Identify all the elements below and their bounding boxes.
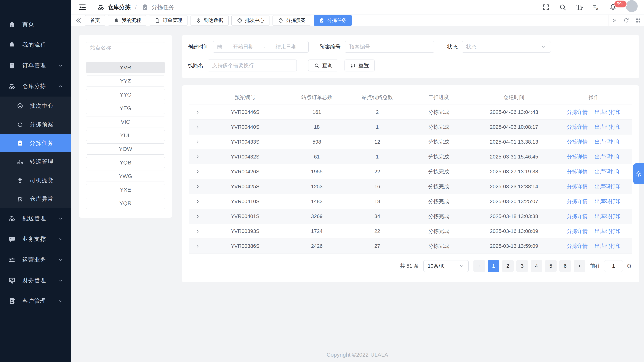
row-expand-icon[interactable] — [195, 139, 200, 145]
row-expand-icon[interactable] — [195, 214, 200, 219]
sidebar-item[interactable]: 批次中心 — [0, 96, 71, 115]
row-expand-icon[interactable] — [195, 154, 200, 160]
outbound-code-print-link[interactable]: 出库码打印 — [595, 242, 621, 250]
cherries-icon — [97, 4, 104, 11]
station-item[interactable]: YXE — [86, 184, 165, 195]
settings-fab[interactable] — [633, 163, 644, 184]
sidebar-item[interactable]: 订单管理 — [0, 55, 71, 76]
jump-page-input[interactable] — [604, 260, 623, 272]
search-icon[interactable] — [559, 3, 566, 11]
station-item[interactable]: YOW — [86, 144, 165, 154]
sidebar-item[interactable]: 我的流程 — [0, 34, 71, 55]
sorting-detail-link[interactable]: 分拣详情 — [567, 213, 588, 220]
sidebar-collapse-icon[interactable] — [78, 3, 87, 12]
preset-no-label: 预案编号 — [320, 43, 340, 50]
chevron-down-icon — [541, 44, 546, 50]
station-item[interactable]: YQR — [86, 198, 165, 209]
row-expand-icon[interactable] — [195, 110, 200, 115]
sidebar-item[interactable]: 司机提货 — [0, 171, 71, 190]
tab[interactable]: 分拣任务 — [314, 15, 352, 26]
tab[interactable]: 首页 — [85, 15, 105, 26]
page-number-button[interactable]: 5 — [545, 260, 556, 272]
sidebar-item[interactable]: 仓库分拣 — [0, 76, 71, 96]
tab[interactable]: 到达数据 — [190, 15, 228, 26]
date-range-picker[interactable]: 开始日期 - 结束日期 — [213, 41, 308, 53]
row-expand-icon[interactable] — [195, 184, 200, 189]
station-item[interactable]: YYC — [86, 89, 165, 100]
page-number-button[interactable]: 2 — [502, 260, 514, 272]
outbound-code-print-link[interactable]: 出库码打印 — [595, 168, 621, 175]
sidebar-item[interactable]: 财务管理 — [0, 270, 71, 291]
sidebar-item[interactable]: 客户管理 — [0, 291, 71, 312]
reset-button[interactable]: 重置 — [344, 60, 375, 72]
preset-no-input[interactable] — [345, 41, 434, 53]
sidebar-item[interactable]: 首页 — [0, 14, 71, 34]
row-expand-icon[interactable] — [195, 124, 200, 130]
outbound-code-print-link[interactable]: 出库码打印 — [595, 138, 621, 146]
outbound-code-print-link[interactable]: 出库码打印 — [595, 109, 621, 116]
tab[interactable]: 我的流程 — [108, 15, 146, 26]
status-select[interactable]: 状态 — [462, 41, 551, 53]
station-item[interactable]: YVR — [86, 62, 165, 73]
next-page-button[interactable] — [574, 260, 585, 272]
search-button[interactable]: 查询 — [308, 60, 338, 72]
sorting-detail-link[interactable]: 分拣详情 — [567, 153, 588, 160]
sorting-detail-link[interactable]: 分拣详情 — [567, 183, 588, 190]
outbound-code-print-link[interactable]: 出库码打印 — [595, 198, 621, 205]
row-expand-icon[interactable] — [195, 228, 200, 234]
station-item[interactable]: YYZ — [86, 76, 165, 87]
station-item[interactable]: YUL — [86, 130, 165, 141]
filter-row-1: 创建时间 开始日期 - 结束日期 预案编号 状态 — [188, 41, 633, 53]
sidebar-item[interactable]: 运营业务 — [0, 250, 71, 270]
sorting-detail-link[interactable]: 分拣详情 — [567, 242, 588, 250]
outbound-code-print-link[interactable]: 出库码打印 — [595, 183, 621, 190]
notifications-bell-icon[interactable]: 99+ — [609, 3, 617, 11]
station-item[interactable]: VIC — [86, 116, 165, 128]
sorting-detail-link[interactable]: 分拣详情 — [567, 109, 588, 116]
prev-page-button[interactable] — [474, 260, 485, 272]
tabs-scroll-right-button[interactable] — [608, 15, 620, 26]
sidebar-item[interactable]: 业务支撑 — [0, 229, 71, 250]
sorting-detail-link[interactable]: 分拣详情 — [567, 168, 588, 175]
cell-line-total: 27 — [349, 243, 405, 249]
sidebar-item[interactable]: 分拣任务 — [0, 134, 71, 152]
tab[interactable]: 订单管理 — [149, 15, 188, 26]
page-size-select[interactable]: 10条/页 — [424, 260, 468, 272]
row-expand-icon[interactable] — [195, 243, 200, 249]
outbound-code-print-link[interactable]: 出库码打印 — [595, 153, 621, 160]
cell-line-total: 12 — [349, 139, 405, 145]
sorting-detail-link[interactable]: 分拣详情 — [567, 198, 588, 205]
station-item[interactable]: YEG — [86, 103, 165, 114]
sidebar-item[interactable]: 仓库异常 — [0, 190, 71, 208]
row-expand-icon[interactable] — [195, 169, 200, 174]
tabs-scroll-left-icon[interactable] — [74, 16, 82, 25]
station-item[interactable]: YQB — [86, 157, 165, 168]
sorting-detail-link[interactable]: 分拣详情 — [567, 228, 588, 235]
outbound-code-print-link[interactable]: 出库码打印 — [595, 228, 621, 235]
tab[interactable]: 分拣预案 — [272, 15, 311, 26]
sidebar-item[interactable]: 转运管理 — [0, 152, 71, 171]
fullscreen-icon[interactable] — [542, 3, 550, 11]
sidebar-item[interactable]: 配送管理 — [0, 208, 71, 229]
font-size-icon[interactable] — [576, 3, 583, 11]
refresh-tab-button[interactable] — [620, 15, 632, 26]
line-name-input[interactable] — [208, 60, 297, 72]
sorting-detail-link[interactable]: 分拣详情 — [567, 138, 588, 146]
chevron-up-icon — [58, 83, 64, 89]
avatar[interactable] — [626, 0, 638, 12]
outbound-code-print-link[interactable]: 出库码打印 — [595, 124, 621, 130]
tab-options-button[interactable] — [632, 15, 644, 26]
page-number-button[interactable]: 1 — [488, 260, 499, 272]
translate-icon[interactable]: 文A — [592, 3, 600, 11]
station-search-input[interactable] — [86, 42, 165, 54]
page-number-button[interactable]: 4 — [531, 260, 542, 272]
outbound-code-print-link[interactable]: 出库码打印 — [595, 213, 621, 220]
sidebar-item[interactable]: 分拣预案 — [0, 115, 71, 134]
station-item[interactable]: YWG — [86, 170, 165, 182]
tab[interactable]: 批次中心 — [232, 15, 270, 26]
sorting-detail-link[interactable]: 分拣详情 — [567, 124, 588, 130]
chevron-down-icon — [58, 298, 64, 304]
page-number-button[interactable]: 3 — [516, 260, 528, 272]
page-number-button[interactable]: 6 — [559, 260, 571, 272]
row-expand-icon[interactable] — [195, 199, 200, 204]
